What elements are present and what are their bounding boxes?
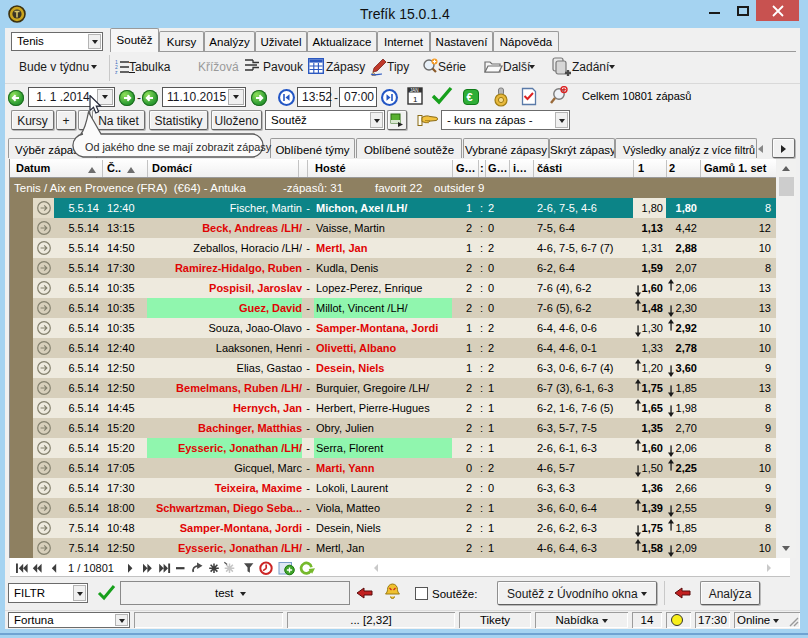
svg-text:€: € bbox=[467, 91, 473, 103]
svg-text:1: 1 bbox=[413, 95, 418, 104]
svg-text:JAN: JAN bbox=[410, 88, 419, 93]
svg-text:Od jakého dne se mají zobrazit: Od jakého dne se mají zobrazit zápasy bbox=[85, 141, 272, 153]
